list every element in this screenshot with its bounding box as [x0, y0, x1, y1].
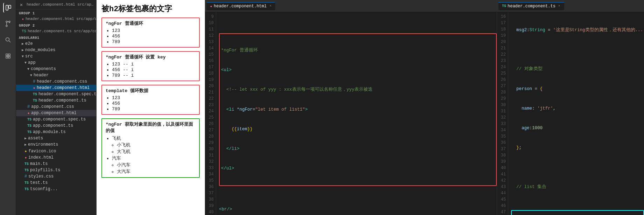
list-item: 123 -- i	[112, 62, 196, 67]
list-item: 789	[112, 39, 196, 44]
preview-title: 被h2标签包裹的文字	[101, 4, 200, 14]
tab-ts-label: header.component.ts	[508, 4, 555, 9]
file-header-css-label: header.component.css	[37, 79, 87, 84]
right-line-numbers: 1617181920 2122232425 2627282930 3132333…	[497, 12, 508, 215]
file-header-spec-label: header.component.spec.ts	[38, 92, 97, 97]
right-code-content: 1617181920 2122232425 2627282930 3132333…	[497, 12, 644, 215]
folder-e2e-label: e2e	[25, 41, 33, 46]
middle-code-panel: ⬥ header.component.html × 910111213 1415…	[205, 0, 497, 215]
svg-point-2	[6, 21, 7, 22]
file-test-label: test.ts	[30, 180, 48, 185]
folder-app[interactable]: ▼ app	[16, 60, 96, 66]
svg-rect-0	[6, 5, 8, 10]
folder-node-modules-label: node_modules	[25, 48, 55, 53]
tab-header-html[interactable]: ⬥ header.component.html ×	[206, 2, 275, 10]
file-styles[interactable]: # styles.css	[16, 173, 96, 180]
tab-label: header.component.html	[214, 4, 267, 9]
file-tree-panel: ✕ header.component.html src/app/compon..…	[16, 0, 97, 215]
explorer-icon[interactable]	[3, 3, 13, 13]
middle-tab-bar: ⬥ header.component.html ×	[205, 0, 497, 12]
group1-filename: header.component.html src/app/compon...	[26, 17, 97, 21]
file-header-html-label: header.component.html	[37, 85, 90, 90]
folder-assets[interactable]: ▶ assets	[16, 135, 96, 141]
file-app-css[interactable]: # app.component.css	[16, 104, 96, 110]
list-item: 小飞机	[117, 142, 196, 148]
line-numbers: 910111213 1415161718 1920212223 24252627…	[205, 12, 216, 215]
file-app-css-label: app.component.css	[31, 104, 74, 109]
file-polyfills[interactable]: TS polyfills.ts	[16, 167, 96, 173]
section2-list: 123 -- i 456 -- i 789 -- i	[112, 62, 196, 78]
file-test[interactable]: TS test.ts	[16, 180, 96, 186]
file-favicon[interactable]: ★ favicon.ico	[16, 148, 96, 154]
section-ngfor-object: *ngFor 获取对象里面的值，以及循环里面的值 飞机 小飞机 大飞机 汽车 小…	[101, 118, 200, 178]
file-index-html-label: index.html	[28, 155, 54, 160]
file-header-ts[interactable]: TS header.component.ts	[16, 97, 96, 104]
list-item: 小汽车	[117, 162, 196, 168]
section-template-loop: template 循环数据 123 456 789	[101, 85, 200, 115]
middle-code-content: 910111213 1415161718 1920212223 24252627…	[205, 12, 497, 215]
section4-heading: *ngFor 获取对象里面的值，以及循环里面的值	[106, 121, 196, 134]
folder-src[interactable]: ▼ src	[16, 53, 96, 60]
folder-app-label: app	[28, 60, 36, 65]
list-item: 789 -- i	[112, 73, 196, 78]
folder-components[interactable]: ▼ components	[16, 66, 96, 72]
svg-point-3	[6, 25, 7, 27]
section-ngfor-key: *ngFor 普通循环 设置 key 123 -- i 456 -- i 789…	[101, 51, 200, 81]
group1-label: GROUP 1	[16, 9, 96, 16]
git-icon[interactable]	[3, 19, 13, 29]
section2-heading: *ngFor 普通循环 设置 key	[106, 54, 196, 60]
list-item: 123	[112, 95, 196, 100]
right-code-lines: msg2:String = '这里是String类型的属性，还有其他的...' …	[508, 12, 644, 215]
file-header-css[interactable]: # header.component.css	[16, 78, 96, 85]
file-polyfills-label: polyfills.ts	[30, 168, 60, 173]
svg-rect-1	[9, 5, 11, 8]
section-ngfor-basic: *ngFor 普通循环 123 456 789	[101, 18, 200, 48]
file-app-module[interactable]: TS app.module.ts	[16, 129, 96, 135]
file-main-ts[interactable]: TS main.ts	[16, 161, 96, 167]
list-item: 大汽车	[117, 168, 196, 175]
folder-header[interactable]: ▼ header	[16, 72, 96, 78]
sidebar-icons	[0, 0, 16, 215]
folder-environments-label: environments	[28, 142, 58, 147]
close-tab-icon[interactable]: ✕	[18, 1, 24, 8]
search-icon[interactable]	[3, 35, 13, 45]
extensions-icon[interactable]	[3, 51, 13, 61]
file-header-spec[interactable]: TS header.component.spec.ts	[16, 91, 96, 97]
svg-point-5	[6, 38, 9, 41]
file-app-spec[interactable]: TS app.component.spec.ts	[16, 116, 96, 123]
list-item: 789	[112, 106, 196, 112]
folder-assets-label: assets	[28, 136, 43, 141]
right-code-panel: TS header.component.ts × 1617181920 2122…	[497, 0, 644, 215]
list-item: 大飞机	[117, 148, 196, 155]
tab-header-ts[interactable]: TS header.component.ts ×	[498, 2, 564, 10]
folder-environments[interactable]: ▶ environments	[16, 141, 96, 148]
file-tree-toolbar: ✕ header.component.html src/app/compon..…	[16, 0, 96, 9]
file-header-html[interactable]: ⬥ header.component.html	[16, 85, 96, 91]
list-item: 456	[112, 34, 196, 39]
section1-heading: *ngFor 普通循环	[106, 20, 196, 27]
file-app-html[interactable]: ⬥ app.component.html	[16, 110, 96, 116]
file-favicon-label: favicon.ico	[28, 149, 56, 154]
root-label: ANGULAR01	[16, 34, 96, 41]
close-tab-ts-icon[interactable]: ×	[558, 4, 560, 8]
file-app-module-label: app.module.ts	[33, 130, 66, 134]
file-app-ts[interactable]: TS app.component.ts	[16, 123, 96, 129]
section1-list: 123 456 789	[112, 28, 196, 44]
list-item: 123	[112, 28, 196, 33]
list-item: 汽车 小汽车 大汽车	[112, 155, 196, 175]
folder-e2e[interactable]: ▶ e2e	[16, 41, 96, 47]
group2-file[interactable]: TS header.component.ts src/app/component…	[16, 28, 96, 34]
code-lines: *ngFor 普通循环 <ul> <!-- let xxx of yyy : x…	[216, 12, 497, 215]
folder-header-label: header	[34, 73, 49, 78]
file-index-html[interactable]: ⬥ index.html	[16, 154, 96, 161]
file-tsconfig-label: tsconfig...	[30, 187, 58, 192]
right-tab-bar: TS header.component.ts ×	[497, 0, 644, 12]
folder-src-label: src	[25, 54, 33, 59]
list-item: 456 -- i	[112, 67, 196, 72]
section3-heading: template 循环数据	[106, 88, 196, 94]
group1-file[interactable]: ⬥ header.component.html src/app/compon..…	[16, 16, 96, 22]
file-app-html-label: app.component.html	[31, 111, 77, 116]
close-tab-icon[interactable]: ×	[269, 4, 271, 8]
folder-node-modules[interactable]: ▶ node_modules	[16, 47, 96, 53]
file-tsconfig[interactable]: TS tsconfig...	[16, 186, 96, 192]
